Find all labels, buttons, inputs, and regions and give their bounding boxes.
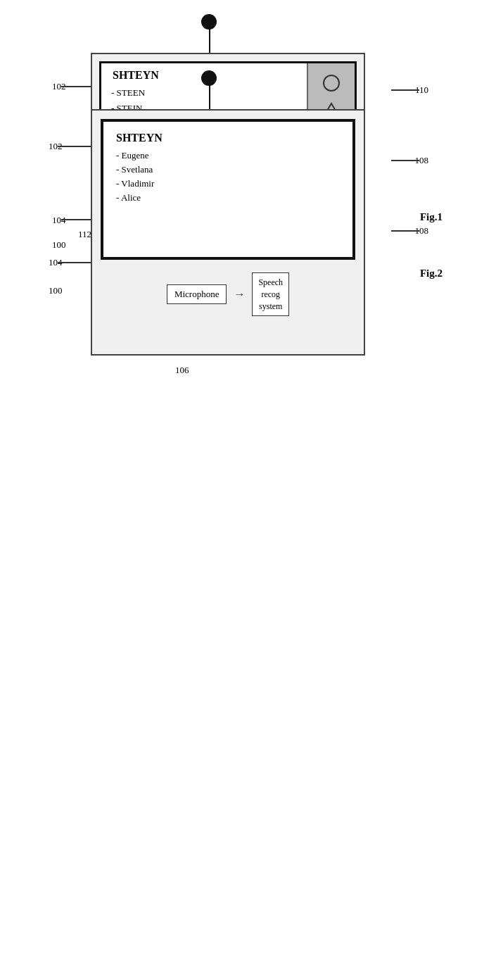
scroll-circle-icon: [322, 73, 341, 93]
label-112-fig1: 112: [78, 229, 91, 240]
line-104-fig2: [58, 262, 91, 263]
microphone-box-fig2: Microphone: [167, 284, 227, 304]
label-104-fig1: 104: [52, 215, 66, 226]
page-container: SHTEYN - STEEN - STEIN - STEYN - STIJN -: [0, 0, 477, 980]
line-102-fig2: [58, 146, 91, 147]
line-104-fig1: [61, 219, 91, 220]
device-fig2: SHTEYN - Eugene - Svetlana - Vladimir - …: [91, 109, 365, 356]
arrow-right-fig2: →: [234, 288, 245, 301]
label-100-fig1: 100: [52, 239, 66, 251]
line-108-fig1: [391, 160, 419, 161]
antenna-dot-fig2: [201, 70, 217, 86]
screen-item-fig2-1: - Svetlana: [116, 164, 340, 175]
label-106-fig2: 106: [175, 365, 189, 376]
screen-fig2: SHTEYN - Eugene - Svetlana - Vladimir - …: [101, 119, 355, 260]
line-110-fig1: [391, 89, 419, 91]
screen-item-fig2-0: - Eugene: [116, 150, 340, 161]
microphone-label-fig2: Microphone: [174, 289, 220, 299]
label-100-fig2: 100: [49, 285, 63, 296]
screen-item-fig2-3: - Alice: [116, 192, 340, 203]
speech-recog-box-fig2: Speechrecogsystem: [252, 272, 289, 316]
fig2-title: Fig.2: [420, 268, 443, 279]
screen-title-fig2: SHTEYN: [116, 132, 340, 144]
bottom-controls-fig2: Microphone → Speechrecogsystem: [101, 270, 355, 319]
screen-item-fig2-2: - Vladimir: [116, 178, 340, 189]
antenna-dot-fig1: [201, 14, 217, 30]
list-item-fig1-0: - STEEN: [111, 87, 297, 99]
svg-point-0: [324, 75, 339, 91]
fig1-title: Fig.1: [420, 211, 443, 223]
line-108-fig2: [391, 230, 419, 232]
line-102-fig1: [61, 86, 91, 87]
speech-recog-label-fig2: Speechrecogsystem: [258, 277, 283, 311]
